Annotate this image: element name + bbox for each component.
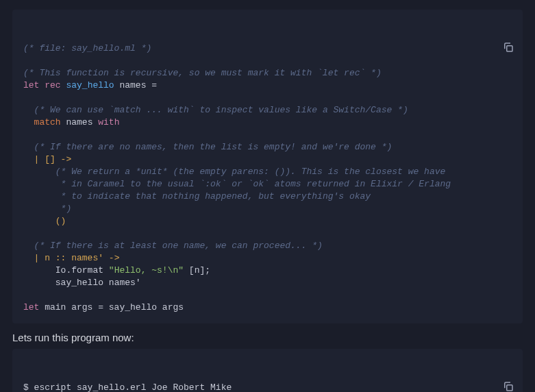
fn-name: say_hello — [66, 80, 114, 90]
code-comment: (* We can use `match ... with` to inspec… — [34, 105, 408, 115]
match-arm: | [] -> — [34, 154, 72, 164]
code-comment: (* If there are no names, then the list … — [34, 142, 393, 152]
call-module: Io.format — [55, 265, 109, 275]
kw-rec: rec — [45, 80, 60, 90]
code-comment: (* file: say_hello.ml *) — [23, 43, 151, 53]
code-comment: * in Caramel to the usual `:ok` or `ok` … — [55, 179, 451, 189]
code-text: [n]; — [184, 265, 210, 275]
code-comment: (* This function is recursive, so we mus… — [23, 68, 382, 78]
code-comment: (* We return a *unit* (the empty parens:… — [55, 167, 446, 177]
match-arm: | n :: names' -> — [34, 253, 120, 263]
prose-run: Lets run this program now: — [12, 332, 523, 343]
code-block-ml: (* file: say_hello.ml *) (* This functio… — [12, 10, 523, 323]
shell-command: $ escript say_hello.erl Joe Robert Mike — [23, 382, 232, 392]
kw-let: let — [23, 302, 39, 313]
code-comment: * to indicate that nothing happened, but… — [55, 191, 371, 201]
svg-rect-0 — [507, 46, 512, 51]
code-comment: *) — [55, 204, 71, 214]
kw-with: with — [98, 117, 119, 127]
unit-literal: () — [55, 216, 66, 226]
code-text: names = — [114, 80, 157, 90]
code-block-shell: $ escript say_hello.erl Joe Robert Mike … — [12, 349, 523, 392]
code-text: main args = say_hello args — [39, 302, 184, 313]
kw-match: match — [34, 117, 61, 127]
copy-icon[interactable] — [502, 356, 514, 368]
code-comment: (* If there is at least one name, we can… — [34, 241, 323, 251]
code-text: names — [61, 117, 99, 127]
recursive-call: say_hello names' — [55, 278, 141, 288]
string-literal: "Hello, ~s!\n" — [109, 265, 184, 275]
svg-rect-1 — [507, 385, 512, 391]
copy-icon[interactable] — [502, 16, 514, 29]
kw-let: let — [23, 80, 39, 90]
